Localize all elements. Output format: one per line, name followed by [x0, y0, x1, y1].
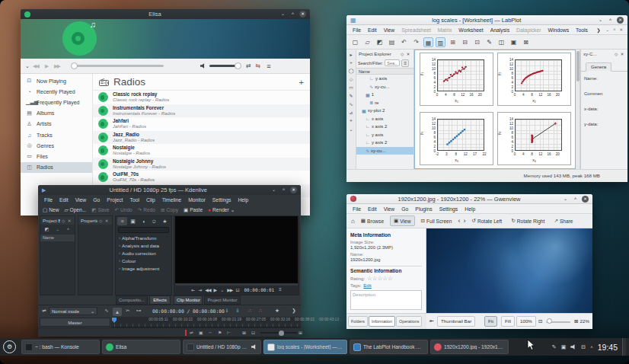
menu-item[interactable]: Edit — [365, 206, 380, 212]
fill-button[interactable]: Fill — [501, 316, 515, 327]
bin-name-column[interactable]: Name — [40, 235, 75, 241]
close-panel-icon[interactable]: ✕ — [619, 52, 625, 56]
sidebar-tab[interactable]: Information — [369, 316, 395, 327]
application-launcher-icon[interactable]: ⚙ — [3, 340, 16, 353]
sidebar-item[interactable]: ◔ Recently Played — [21, 86, 92, 97]
insert-zone-icon[interactable]: ⇓ — [222, 308, 231, 314]
share-button[interactable]: ↗Share — [551, 216, 576, 225]
side-toolbar-icon[interactable]: + — [350, 60, 353, 65]
sidebar-item[interactable]: ♙ Artists — [21, 119, 92, 129]
description-input[interactable]: Description — [350, 290, 422, 310]
next-track-icon[interactable]: ▶▶ — [54, 63, 60, 69]
maximize-icon[interactable]: ˄ — [280, 187, 287, 193]
filter-options-icon[interactable]: ≡ — [401, 59, 409, 67]
play-menu-caret-icon[interactable]: ⌄ — [220, 287, 224, 292]
taskbar-task[interactable]: log scales - [Worksheet] — LabPlot — [263, 340, 347, 354]
record-audio-icon[interactable]: ∴ — [245, 308, 254, 314]
side-toolbar-icon[interactable]: ▸ — [350, 52, 352, 57]
side-toolbar-icon[interactable]: ◇ — [350, 76, 353, 81]
toolbar-icon[interactable]: ✎ — [484, 37, 494, 47]
zoom-slider-handle[interactable] — [547, 318, 552, 324]
monitor-timecode[interactable]: 00:00:00:01 — [242, 287, 276, 292]
toolbar-icon[interactable]: ⊠ — [521, 37, 531, 47]
toolbar-icon[interactable]: ▤ — [387, 37, 397, 47]
menu-item[interactable]: Help — [461, 206, 478, 212]
zoom-in-icon[interactable]: ⊡ — [251, 330, 255, 335]
fit-button[interactable]: Fit — [484, 316, 497, 327]
volume-icon[interactable] — [200, 63, 206, 69]
snap-icon[interactable]: ⊢ — [227, 330, 231, 335]
menu-item[interactable]: Clip — [143, 196, 158, 203]
loop-zone-icon[interactable]: ⊡ — [235, 287, 239, 292]
sidebar-tab[interactable]: Operations — [396, 316, 422, 327]
menu-item[interactable]: File — [350, 27, 364, 34]
toolbar-button[interactable]: ▱ Open... — [64, 207, 88, 213]
monitor-menu-icon[interactable]: ≡ — [279, 287, 282, 292]
mdi-close-icon[interactable]: ✕ — [618, 27, 624, 32]
general-tab[interactable]: Genera — [586, 62, 611, 72]
toolbar-icon[interactable]: ◩ — [375, 37, 385, 47]
plot-container-2[interactable]: y₂ 02468101214 048121620 x₂ — [497, 53, 571, 106]
float-panel-icon[interactable]: ◇ — [97, 219, 104, 223]
menu-item[interactable]: Go — [90, 196, 103, 203]
show-markers-icon[interactable]: ⚑ — [218, 330, 222, 335]
menu-item[interactable]: Spreadsheet — [398, 27, 434, 34]
zoom-fit-icon[interactable]: ⊞ — [299, 330, 302, 335]
plot-container-3[interactable]: y₃ 02468101214 -238121722 x₃ — [420, 112, 493, 165]
menu-item[interactable]: Tools — [573, 27, 591, 34]
image-view[interactable] — [426, 228, 592, 313]
toolbar-button[interactable]: ▣ Paste — [184, 207, 204, 213]
sidebar-item[interactable]: ▁▃▅ Frequently Played — [21, 97, 92, 107]
tab-project-monitor[interactable]: Project Monitor — [204, 295, 241, 305]
plot-container-1[interactable]: y₁ 02468101214 048121620 x₁ — [420, 53, 493, 106]
sidebar-item[interactable]: ◫ Radios — [21, 162, 92, 173]
volume-icon[interactable] — [570, 344, 576, 350]
radio-list-item[interactable]: Nostalgie Nostalgie - Radios — [93, 144, 310, 158]
show-desktop-button[interactable] — [622, 338, 626, 356]
favorite-effects-star-icon[interactable]: ★ — [273, 308, 282, 314]
selection-tool-icon[interactable]: ▲ — [113, 308, 122, 316]
monitor-video-area[interactable] — [175, 216, 298, 283]
mix-audio-icon[interactable]: ⇌ — [190, 330, 193, 335]
toolbar-button[interactable]: ⊞ Copy — [161, 207, 180, 213]
menu-item[interactable]: Windows — [545, 27, 573, 34]
tree-item[interactable]: ▦ 1 — [356, 91, 413, 99]
menu-item[interactable]: Analysis — [487, 27, 512, 34]
side-toolbar-icon[interactable]: ⌖ — [350, 118, 352, 123]
tree-item[interactable]: ∟ x axis 2 — [356, 123, 413, 131]
zone-end-icon[interactable]: ⇥ — [198, 287, 202, 292]
menu-item[interactable]: Settings — [436, 206, 461, 212]
record-options-icon[interactable]: ∴ — [256, 308, 265, 314]
add-radio-button[interactable]: + — [299, 78, 304, 87]
edit-mode-dropdown[interactable]: Normal mode ⌄ — [49, 307, 97, 315]
previous-track-icon[interactable]: ◀◀ — [33, 63, 39, 69]
close-icon[interactable]: ✕ — [290, 187, 297, 193]
filter-input[interactable] — [385, 59, 400, 66]
player-menu-icon[interactable]: ≡ — [267, 62, 270, 70]
sidebar-item[interactable]: ◎ Genres — [21, 140, 92, 151]
sidebar-item[interactable]: ▭ Files — [21, 151, 92, 161]
toolbar-icon[interactable]: ⊟ — [460, 37, 470, 47]
tree-item[interactable]: ∿ xy-cu... — [356, 83, 413, 91]
favorite-effects-icon[interactable]: ✩ — [149, 217, 159, 225]
toolbar-button[interactable]: ● Render ⌄ — [208, 207, 235, 213]
audio-effects-icon[interactable]: ◖ — [139, 217, 148, 225]
toolbar-icon[interactable]: ◫ — [496, 37, 506, 47]
timeline-ruler[interactable]: 00:00:05:1100:00:10:2200:00:16:0800:00:2… — [111, 317, 301, 327]
elisa-titlebar[interactable]: Elisa ⌄ ˄ ✕ — [21, 9, 310, 19]
close-icon[interactable]: ✕ — [299, 11, 306, 18]
side-toolbar-icon[interactable]: ⌄ — [349, 126, 353, 132]
master-track-button[interactable]: Master — [40, 318, 110, 327]
menu-item[interactable]: Help — [235, 196, 251, 203]
side-toolbar-icon[interactable]: ⊿ — [349, 110, 353, 115]
effect-group-row[interactable]: › Audio correction — [116, 249, 171, 257]
add-clip-icon[interactable]: ◩ — [42, 225, 52, 234]
thumbnail-bar-button[interactable]: Thumbnail Bar — [437, 316, 475, 327]
sidebar-item[interactable]: ▤ Albums — [21, 108, 92, 119]
radio-list-item[interactable]: Nostalgie Johnny Nostalgie Johnny - Radi… — [93, 158, 310, 171]
menu-item[interactable]: Plugins — [412, 206, 435, 212]
effect-group-row[interactable]: › Image adjustment — [116, 264, 171, 272]
arrow-up-icon[interactable]: ˄ — [63, 225, 73, 234]
minimize-icon[interactable]: ⌄ — [597, 17, 604, 24]
rotate-left-button[interactable]: ↺Rotate Left — [468, 216, 505, 225]
